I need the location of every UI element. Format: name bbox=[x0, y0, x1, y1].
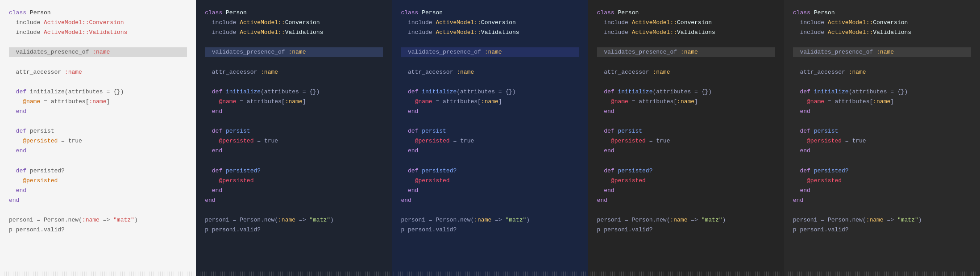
code-line: end bbox=[793, 146, 971, 156]
code-line: @persisted bbox=[9, 176, 187, 186]
blank-line bbox=[9, 38, 187, 47]
code-panel-4: class Person include ActiveModel::Conver… bbox=[588, 0, 784, 276]
code-line: end bbox=[793, 186, 971, 196]
code-line: attr_accessor :name bbox=[597, 67, 775, 77]
code-line: def persisted? bbox=[793, 166, 971, 176]
code-line: def persisted? bbox=[9, 166, 187, 176]
code-line: end bbox=[793, 196, 971, 205]
blank-line bbox=[9, 117, 187, 126]
code-line: end bbox=[205, 196, 383, 205]
blank-line bbox=[401, 117, 579, 126]
blank-line bbox=[597, 117, 775, 126]
code-line: def initialize(attributes = {}) bbox=[205, 87, 383, 97]
code-line: def persist bbox=[793, 126, 971, 136]
code-line: def persist bbox=[9, 126, 187, 136]
blank-line bbox=[793, 77, 971, 87]
code-line: end bbox=[205, 146, 383, 156]
blank-line bbox=[401, 57, 579, 67]
code-line: @name = attributes[:name] bbox=[793, 97, 971, 107]
blank-line bbox=[793, 57, 971, 67]
code-line: end bbox=[401, 107, 579, 117]
code-line: attr_accessor :name bbox=[401, 67, 579, 77]
code-line: end bbox=[9, 186, 187, 196]
blank-line bbox=[401, 205, 579, 215]
code-line: end bbox=[401, 146, 579, 156]
squiggle-decoration bbox=[0, 272, 196, 276]
code-line: attr_accessor :name bbox=[9, 67, 187, 77]
code-line: person1 = Person.new(:name => "matz") bbox=[9, 215, 187, 225]
blank-line bbox=[9, 205, 187, 215]
code-line: include ActiveModel::Conversion bbox=[205, 18, 383, 28]
code-line: include ActiveModel::Validations bbox=[205, 28, 383, 38]
code-line: @persisted = true bbox=[597, 136, 775, 146]
code-line: p person1.valid? bbox=[401, 225, 579, 235]
code-panel-3: class Person include ActiveModel::Conver… bbox=[392, 0, 588, 276]
blank-line bbox=[793, 117, 971, 126]
code-line: @persisted bbox=[597, 176, 775, 186]
code-line: class Person bbox=[9, 8, 187, 18]
code-line: def persist bbox=[205, 126, 383, 136]
blank-line bbox=[9, 156, 187, 166]
code-line: def persisted? bbox=[597, 166, 775, 176]
code-line: person1 = Person.new(:name => "matz") bbox=[793, 215, 971, 225]
code-line: end bbox=[597, 196, 775, 205]
code-line: @name = attributes[:name] bbox=[9, 97, 187, 107]
code-line: class Person bbox=[205, 8, 383, 18]
code-line: end bbox=[401, 186, 579, 196]
code-line: def persist bbox=[401, 126, 579, 136]
code-line: end bbox=[9, 196, 187, 205]
blank-line bbox=[597, 57, 775, 67]
code-line: p person1.valid? bbox=[9, 225, 187, 235]
code-line: class Person bbox=[597, 8, 775, 18]
code-line: @name = attributes[:name] bbox=[205, 97, 383, 107]
code-line: end bbox=[205, 107, 383, 117]
squiggle-decoration bbox=[784, 272, 980, 276]
code-line: include ActiveModel::Validations bbox=[9, 28, 187, 38]
code-line: @persisted bbox=[401, 176, 579, 186]
code-line: @persisted = true bbox=[9, 136, 187, 146]
code-line: end bbox=[205, 186, 383, 196]
code-panel-5: class Person include ActiveModel::Conver… bbox=[784, 0, 980, 276]
code-line: include ActiveModel::Conversion bbox=[597, 18, 775, 28]
code-line: person1 = Person.new(:name => "matz") bbox=[401, 215, 579, 225]
code-line: @name = attributes[:name] bbox=[401, 97, 579, 107]
code-panel-1: class Person include ActiveModel::Conver… bbox=[0, 0, 196, 276]
code-line: person1 = Person.new(:name => "matz") bbox=[597, 215, 775, 225]
blank-line bbox=[793, 156, 971, 166]
code-line: include ActiveModel::Validations bbox=[401, 28, 579, 38]
code-line: def persist bbox=[597, 126, 775, 136]
blank-line bbox=[401, 77, 579, 87]
blank-line bbox=[9, 77, 187, 87]
code-line: end bbox=[597, 186, 775, 196]
blank-line bbox=[793, 205, 971, 215]
blank-line bbox=[597, 156, 775, 166]
conversion-text: Conversion bbox=[873, 19, 908, 26]
code-line: end bbox=[597, 146, 775, 156]
blank-line bbox=[597, 205, 775, 215]
code-line: p person1.valid? bbox=[597, 225, 775, 235]
code-line: person1 = Person.new(:name => "matz") bbox=[205, 215, 383, 225]
code-line-highlighted: validates_presence_of :name bbox=[401, 47, 579, 57]
blank-line bbox=[205, 117, 383, 126]
code-line: @persisted = true bbox=[401, 136, 579, 146]
code-line: include ActiveModel::Conversion bbox=[401, 18, 579, 28]
code-line: end bbox=[793, 107, 971, 117]
code-line: @persisted = true bbox=[205, 136, 383, 146]
code-line: p person1.valid? bbox=[205, 225, 383, 235]
code-line-highlighted: validates_presence_of :name bbox=[205, 47, 383, 57]
blank-line bbox=[597, 77, 775, 87]
blank-line bbox=[401, 156, 579, 166]
code-line: include ActiveModel::Validations bbox=[793, 28, 971, 38]
blank-line bbox=[205, 57, 383, 67]
code-line: @name = attributes[:name] bbox=[597, 97, 775, 107]
code-line: include ActiveModel::Conversion bbox=[793, 18, 971, 28]
blank-line bbox=[401, 38, 579, 47]
code-line: def initialize(attributes = {}) bbox=[793, 87, 971, 97]
code-line: def persisted? bbox=[401, 166, 579, 176]
code-line: p person1.valid? bbox=[793, 225, 971, 235]
blank-line bbox=[793, 38, 971, 47]
code-line: end bbox=[401, 196, 579, 205]
code-line: def initialize(attributes = {}) bbox=[401, 87, 579, 97]
blank-line bbox=[9, 57, 187, 67]
code-line: include ActiveModel::Conversion bbox=[9, 18, 187, 28]
